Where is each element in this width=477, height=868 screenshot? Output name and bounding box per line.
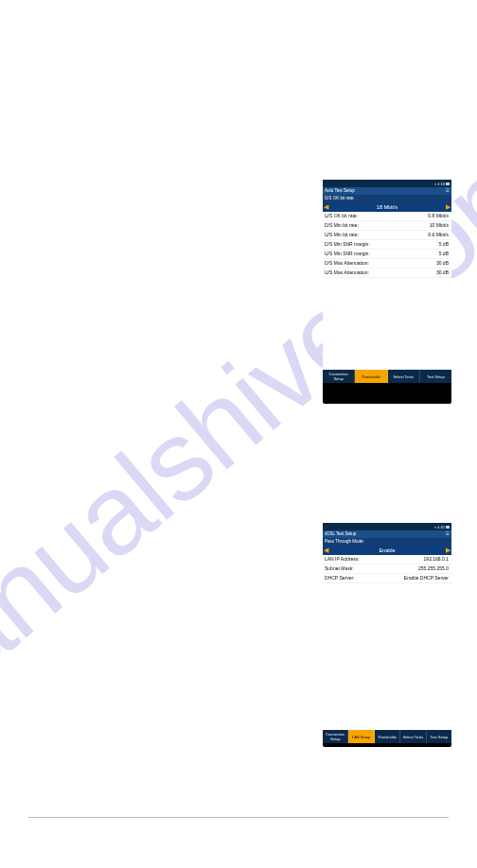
tab-thresholds[interactable]: Thresholds [375, 730, 400, 743]
param-key: D/S Max Attenuation: [325, 260, 369, 267]
status-right: ▿ 4:18 [434, 182, 450, 186]
param-row[interactable]: U/S Min SNR margin:5 dB [323, 250, 451, 259]
tab-test-setup[interactable]: Test Setup [420, 370, 451, 383]
param-row[interactable]: D/S Min SNR margin:5 dB [323, 240, 451, 250]
parameter-name: Pass Through Mode: [325, 538, 364, 546]
clock: 4:18 [437, 182, 445, 186]
battery-icon [446, 526, 450, 529]
parameters-list: LAN IP Address:192.168.0.1 Subnet Mask:2… [323, 555, 451, 730]
footer-rule [28, 817, 449, 818]
param-val: 0.8 Mbit/s [428, 213, 449, 219]
tab-lan-setup[interactable]: LAN Setup [348, 730, 374, 743]
param-key: LAN IP Address: [325, 556, 360, 563]
status-right: ▿ 4:32 [434, 525, 450, 529]
selected-value: 18 Mbit/s [377, 204, 398, 210]
param-key: U/S Min SNR margin: [325, 251, 370, 257]
param-row[interactable]: U/S Min bit rate:0.6 Mbit/s [323, 231, 451, 240]
param-key: D/S Min bit rate: [325, 222, 359, 229]
tab-bar: Connection Setup LAN Setup Thresholds Se… [323, 730, 451, 743]
arrow-left-icon[interactable]: ◀ [324, 547, 328, 554]
param-key: U/S Max Attenuation: [325, 269, 369, 276]
value-selector[interactable]: ◀ 18 Mbit/s ▶ [323, 202, 451, 212]
param-val: 10 Mbit/s [430, 222, 449, 229]
parameter-header: D/S OK bit rate: [323, 195, 451, 202]
param-val: 5 dB [439, 251, 449, 257]
tab-thresholds[interactable]: Thresholds [355, 370, 387, 383]
screen-title: xDSL Test Setup [325, 530, 356, 538]
menu-icon: ☰ [446, 530, 450, 538]
tab-select-tests[interactable]: Select Tests [388, 370, 420, 383]
arrow-left-icon[interactable]: ◀ [324, 204, 328, 211]
arrow-right-icon[interactable]: ▶ [446, 547, 450, 554]
param-key: D/S Min SNR margin: [325, 241, 370, 248]
arrow-right-icon[interactable]: ▶ [446, 204, 450, 211]
screen-title-bar: xDSL Test Setup ☰ [323, 530, 451, 538]
screenshot-thresholds: ▿ 4:18 Auto Test Setup ☰ D/S OK bit rate… [323, 180, 451, 404]
tab-select-tests[interactable]: Select Tests [400, 730, 426, 743]
battery-icon [446, 182, 450, 185]
tab-connection-setup[interactable]: Connection Setup [323, 730, 348, 743]
param-val: 5 dB [439, 241, 449, 248]
menu-icon: ☰ [446, 187, 450, 195]
screen-title: Auto Test Setup [325, 187, 355, 195]
param-row[interactable]: D/S Max Attenuation:30 dB [323, 259, 451, 269]
param-row[interactable]: U/S OK bit rate:0.8 Mbit/s [323, 212, 451, 221]
status-bar: ▿ 4:18 [323, 180, 451, 187]
param-row[interactable]: Subnet Mask:255.255.255.0 [323, 564, 451, 574]
wifi-icon: ▿ [434, 525, 436, 529]
param-val: 192.168.0.1 [424, 556, 449, 563]
tab-bar: Connection Setup Thresholds Select Tests… [323, 370, 451, 383]
param-val: 30 dB [436, 269, 449, 276]
status-bar: ▿ 4:32 [323, 523, 451, 530]
screen-title-bar: Auto Test Setup ☰ [323, 187, 451, 195]
param-row[interactable]: LAN IP Address:192.168.0.1 [323, 555, 451, 564]
value-selector[interactable]: ◀ Enable ▶ [323, 546, 451, 555]
parameter-header: Pass Through Mode: [323, 538, 451, 546]
tab-test-setup[interactable]: Test Setup [427, 730, 451, 743]
clock: 4:32 [437, 525, 445, 529]
param-val: Enable DHCP Server [404, 575, 449, 582]
param-key: U/S Min bit rate: [325, 232, 359, 238]
param-row[interactable]: U/S Max Attenuation:30 dB [323, 269, 451, 278]
param-key: DHCP Server: [325, 575, 355, 582]
param-row[interactable]: D/S Min bit rate:10 Mbit/s [323, 221, 451, 231]
screenshot-lan-setup: ▿ 4:32 xDSL Test Setup ☰ Pass Through Mo… [323, 523, 451, 747]
param-key: Subnet Mask: [325, 565, 354, 572]
parameters-list: U/S OK bit rate:0.8 Mbit/s D/S Min bit r… [323, 212, 451, 370]
param-row[interactable]: DHCP Server:Enable DHCP Server [323, 574, 451, 583]
wifi-icon: ▿ [434, 182, 436, 186]
parameter-name: D/S OK bit rate: [325, 195, 355, 202]
param-key: U/S OK bit rate: [325, 213, 358, 219]
param-val: 30 dB [436, 260, 449, 267]
tab-connection-setup[interactable]: Connection Setup [323, 370, 355, 383]
param-val: 255.255.255.0 [418, 565, 449, 572]
param-val: 0.6 Mbit/s [428, 232, 449, 238]
selected-value: Enable [379, 547, 395, 553]
